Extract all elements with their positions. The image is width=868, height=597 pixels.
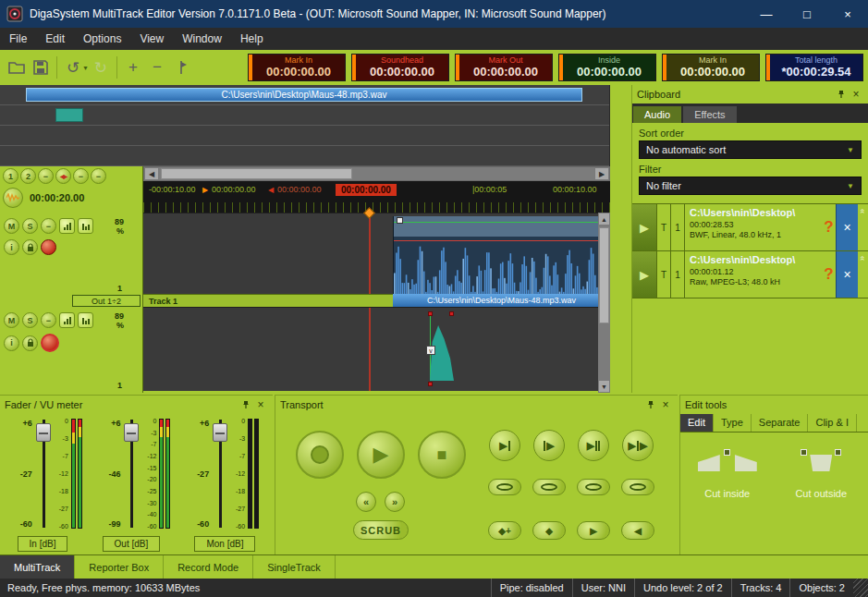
- question-icon[interactable]: ?: [822, 204, 836, 250]
- close-panel-icon[interactable]: ×: [253, 398, 268, 411]
- fader-handle[interactable]: [213, 423, 227, 442]
- vertical-scrollbar[interactable]: ▲ ▼: [598, 213, 610, 393]
- track1-name[interactable]: Track 1: [143, 294, 393, 307]
- track1-mute-button[interactable]: M: [4, 218, 19, 234]
- zoom-in-button[interactable]: +: [121, 55, 145, 79]
- clip-marker-handle[interactable]: [428, 311, 433, 316]
- play-from-mark-button[interactable]: ▶: [533, 430, 565, 461]
- play-clip-button[interactable]: ▶: [632, 204, 657, 250]
- tab-effects[interactable]: Effects: [683, 106, 736, 123]
- scroll-left-button[interactable]: ◀: [144, 167, 159, 180]
- tab-type[interactable]: Type: [714, 414, 752, 432]
- horizontal-scrollbar[interactable]: ◀ ▶: [143, 166, 610, 181]
- waveform-zoom-button[interactable]: [3, 188, 23, 208]
- scrub-button[interactable]: SCRUB: [353, 520, 409, 540]
- move-up-icon[interactable]: «: [858, 251, 868, 298]
- tab-audio[interactable]: Audio: [633, 106, 681, 123]
- pin-icon[interactable]: [238, 400, 253, 409]
- hscroll-thumb[interactable]: [161, 168, 352, 179]
- track2-lock-button[interactable]: [22, 335, 38, 351]
- menu-view[interactable]: View: [130, 28, 173, 50]
- loop-selection-button[interactable]: [621, 479, 654, 495]
- tab-edit[interactable]: Edit: [680, 414, 714, 432]
- redo-button[interactable]: ↻: [89, 55, 113, 79]
- clip-volume-point[interactable]: v: [426, 346, 435, 355]
- track1-meter-button[interactable]: [59, 218, 75, 234]
- overview-clip-2[interactable]: [55, 108, 83, 122]
- minimize-button[interactable]: —: [746, 0, 787, 28]
- step-forward-button[interactable]: ▶: [577, 521, 610, 540]
- marker-button[interactable]: [169, 55, 193, 79]
- clipboard-item[interactable]: ▶ T 1 C:\Users\nin\Desktop\ 00:00:01.12 …: [632, 251, 868, 298]
- pin-icon[interactable]: [643, 400, 658, 409]
- resize-grip[interactable]: [853, 579, 868, 597]
- forward-button[interactable]: »: [385, 492, 405, 512]
- track1-info-button[interactable]: i: [4, 239, 19, 255]
- view-dash-button-3[interactable]: −: [91, 168, 106, 184]
- menu-options[interactable]: Options: [74, 28, 130, 50]
- loop-play-to-button[interactable]: [488, 479, 521, 495]
- tab-singletrack[interactable]: SingleTrack: [253, 555, 336, 579]
- question-icon[interactable]: ?: [822, 251, 836, 298]
- zoom-out-button[interactable]: −: [145, 55, 169, 79]
- close-panel-icon[interactable]: ×: [658, 398, 673, 411]
- range-marker-button[interactable]: ◀▶: [55, 168, 71, 184]
- menu-help[interactable]: Help: [231, 28, 273, 50]
- vscroll-thumb[interactable]: [599, 227, 609, 323]
- move-up-icon[interactable]: «: [858, 204, 868, 250]
- play-button[interactable]: ▶: [357, 431, 405, 479]
- fader-handle[interactable]: [124, 423, 139, 442]
- stop-button[interactable]: ■: [418, 431, 466, 479]
- in-fader-slider[interactable]: [35, 417, 52, 530]
- track2-solo-button[interactable]: S: [22, 312, 38, 328]
- vscroll-track[interactable]: [598, 225, 610, 380]
- view-dash-button-2[interactable]: −: [73, 168, 89, 184]
- remove-clip-button[interactable]: ×: [836, 251, 858, 298]
- hscroll-track[interactable]: [159, 167, 594, 180]
- track1-solo-button[interactable]: S: [22, 218, 38, 234]
- tab-separate[interactable]: Separate: [752, 414, 809, 432]
- play-to-mark-button[interactable]: ▶: [489, 430, 520, 461]
- menu-window[interactable]: Window: [173, 28, 231, 50]
- track1-clip[interactable]: [393, 216, 610, 294]
- track1-record-button[interactable]: [41, 239, 56, 255]
- soundhead-line[interactable]: [369, 213, 371, 294]
- view-button-2[interactable]: 2: [20, 168, 36, 184]
- sort-order-select[interactable]: No automatic sort ▼: [639, 140, 862, 159]
- track2-record-button[interactable]: [41, 334, 59, 352]
- scroll-right-button[interactable]: ▶: [594, 167, 609, 180]
- track1-meter-button-2[interactable]: [78, 218, 93, 234]
- save-button[interactable]: [29, 55, 53, 79]
- menu-file[interactable]: File: [0, 28, 36, 50]
- cut-inside-tool[interactable]: Cut inside: [680, 449, 775, 499]
- clip-gain-line[interactable]: [394, 222, 610, 223]
- scroll-up-button[interactable]: ▲: [598, 213, 610, 225]
- play-over-cut-button[interactable]: ▶: [578, 430, 609, 461]
- timeline-ruler[interactable]: -00:00:10.00 ▶ 00:00:00.00 ◀ 00:00:00.00…: [143, 181, 610, 213]
- scroll-down-button[interactable]: ▼: [598, 380, 610, 393]
- out-fader-slider[interactable]: [123, 417, 140, 530]
- track2-mute-button[interactable]: M: [4, 312, 19, 328]
- rewind-button[interactable]: «: [356, 492, 376, 512]
- play-clip-button[interactable]: ▶: [632, 251, 657, 298]
- pin-icon[interactable]: [834, 90, 849, 99]
- overview-clip[interactable]: C:\Users\nin\Desktop\Maus-48.mp3.wav: [26, 88, 582, 102]
- insert-mode-button[interactable]: ◆+: [488, 521, 521, 540]
- track2-clip[interactable]: v: [428, 312, 456, 388]
- track2-canvas[interactable]: v: [143, 307, 610, 391]
- soundhead-line[interactable]: [369, 308, 371, 391]
- track1-lock-button[interactable]: [22, 239, 38, 255]
- clip-level-line[interactable]: [394, 240, 610, 241]
- tab-reporter-box[interactable]: Reporter Box: [75, 555, 164, 579]
- clip-marker-handle[interactable]: [428, 382, 433, 386]
- undo-dropdown-caret[interactable]: ▼: [82, 65, 89, 71]
- track1-dash-button[interactable]: −: [41, 218, 56, 234]
- loop-play-from-button[interactable]: [532, 479, 566, 495]
- cut-outside-tool[interactable]: Cut outside: [775, 449, 868, 499]
- remove-clip-button[interactable]: ×: [836, 204, 858, 250]
- loop-play-over-button[interactable]: [577, 479, 610, 495]
- fader-handle[interactable]: [36, 423, 51, 442]
- tab-record-mode[interactable]: Record Mode: [164, 555, 253, 579]
- clipboard-item[interactable]: ▶ T 1 C:\Users\nin\Desktop\ 00:00:28.53 …: [632, 204, 868, 251]
- clip-marker-handle[interactable]: [449, 311, 454, 316]
